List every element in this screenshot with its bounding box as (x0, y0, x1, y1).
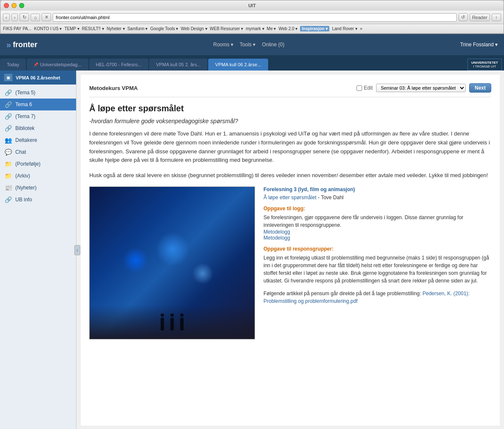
sidebar-item-label: (Tema 5) (15, 90, 35, 96)
forward-button[interactable]: › (11, 14, 18, 21)
uni-logo-line2: I TROMSØ UIT (471, 65, 498, 68)
bookmark-item-mymark[interactable]: mymark ▾ (246, 26, 264, 31)
bookmark-item-google[interactable]: Google Tools ▾ (150, 26, 178, 31)
rooms-menu[interactable]: Rooms ▾ (213, 42, 233, 48)
task-response-text: Legg inn et foreløpig utkast til problem… (263, 254, 491, 285)
bookmark-item-web20[interactable]: Web 2.0 ▾ (278, 26, 297, 31)
sidebar-item-arkiv[interactable]: 📁 (Arkiv) (0, 170, 76, 182)
tools-menu[interactable]: Tools ▾ (240, 42, 255, 48)
content-panel: Metodekurs VPMA Edit Seminar 03: Å løpe … (81, 75, 500, 426)
bookmark-item-me[interactable]: Me ▾ (267, 26, 276, 31)
sidebar-item-label: (Arkiv) (15, 173, 30, 179)
person-figure-3 (180, 318, 184, 330)
sidebar-item-deltakere[interactable]: 👥 Deltakere (0, 134, 76, 146)
home-button[interactable]: ⌂ (31, 14, 40, 21)
reader-button[interactable]: Reader (470, 14, 490, 21)
task-response-section: Oppgave til responsgrupper: Legg inn et … (263, 246, 491, 285)
bookmark-item-landrover[interactable]: Land Rover ▾ (332, 26, 357, 31)
edit-checkbox[interactable] (357, 85, 362, 91)
window-chrome: UIT ‹ › ↻ ⌂ ✕ ↺ Reader ↑ FIKS PAY PA... … (0, 0, 504, 34)
link-active-icon: 🔗 (4, 101, 12, 108)
link-icon: 🔗 (4, 125, 12, 132)
online-status[interactable]: Online (0) (262, 42, 284, 48)
image-overlay (90, 187, 255, 339)
link-icon: 🔗 (4, 196, 12, 203)
article-link-prefix: Følgende artikkel på pensum går direkte … (263, 291, 421, 296)
bookmark-item-fiks[interactable]: FIKS PAY PA... (3, 26, 31, 31)
bookmark-item-konto[interactable]: KONTO I US ▾ (34, 26, 62, 31)
bookmark-item-result[interactable]: RESULT!! ▾ (82, 26, 104, 31)
tab-universitets[interactable]: 📌 Universitetspedag... (27, 59, 88, 71)
stop-button[interactable]: ✕ (42, 13, 51, 21)
sidebar-item-tema5[interactable]: 🔗 (Tema 5) (0, 87, 76, 99)
next-button[interactable]: Next (469, 83, 491, 93)
bookmark-item-samfunn[interactable]: Samfunn ▾ (127, 26, 148, 31)
browser-toolbar: ‹ › ↻ ⌂ ✕ ↺ Reader ↑ (0, 11, 504, 24)
uni-logo-box: UNIVERSITETET I TROMSØ UIT (467, 59, 502, 71)
light-effect-1 (123, 248, 148, 273)
article-image (89, 186, 255, 339)
metodelogg-link-2[interactable]: Metodelogg (263, 235, 290, 241)
pedersen-section: Følgende artikkel på pensum går direkte … (263, 290, 491, 305)
sidebar-item-nyheter[interactable]: 📰 (Nyheter) (0, 182, 76, 194)
sidebar-item-label: Tema 6 (15, 102, 32, 107)
article-paragraph-2: Husk også at dere skal levere en skisse … (89, 171, 491, 180)
lecture-link-line: Å løpe etter spørsmålet - Tove Dahl (263, 195, 491, 200)
close-button[interactable] (4, 3, 9, 8)
sidebar-collapse-button[interactable]: ‹ (74, 245, 80, 255)
bookmark-item-more[interactable]: » (360, 26, 362, 31)
lecture-section: Forelesning 3 (lyd, film og animasjon) Å… (263, 186, 491, 200)
main-layout: ‹ ▣ VPMA 06 2.årsenhet 🔗 (Tema 5) 🔗 Tema… (0, 71, 504, 429)
person-figure-2 (170, 318, 174, 330)
article-paragraph-1: I denne forelesningen vil dere møte Tove… (89, 130, 491, 165)
refresh-button[interactable]: ↺ (459, 13, 468, 21)
light-effect-2 (156, 232, 190, 266)
article-link-text: Følgende artikkel på pensum går direkte … (263, 290, 491, 305)
back-button[interactable]: ‹ (3, 14, 10, 21)
tab-vpma2[interactable]: VPMA kull 05 2. års... (149, 59, 207, 71)
bookmark-item-temp[interactable]: TEMP ▾ (64, 26, 79, 31)
bookmark-item-webdesign[interactable]: Web Design ▾ (181, 26, 207, 31)
bookmarks-bar: FIKS PAY PA... KONTO I US ▾ TEMP ▾ RESUL… (0, 24, 504, 34)
tab-vpma2-label: VPMA kull 05 2. års... (156, 62, 201, 67)
reload-button[interactable]: ↻ (20, 13, 29, 21)
tab-hel0700[interactable]: HEL-0700 - Fellesro... (89, 59, 149, 71)
maximize-button[interactable] (19, 3, 24, 8)
link-icon: 🔗 (4, 113, 12, 120)
sidebar-item-tema6[interactable]: 🔗 Tema 6 (0, 99, 76, 110)
content-area[interactable]: Metodekurs VPMA Edit Seminar 03: Å løpe … (76, 71, 504, 429)
user-info[interactable]: Trine Fossland ▾ (460, 42, 498, 48)
article-sidebar-content: Forelesning 3 (lyd, film og animasjon) Å… (263, 186, 491, 339)
metodelogg-link-1[interactable]: Metodelogg (263, 229, 290, 235)
title-bar: UIT (0, 0, 504, 11)
tabs-bar: Today 📌 Universitetspedag... HEL-0700 - … (0, 55, 504, 71)
tab-today[interactable]: Today (0, 59, 26, 71)
share-button[interactable]: ↑ (492, 14, 501, 21)
window-title: UIT (248, 3, 256, 8)
app-header: » fronter Rooms ▾ Tools ▾ Online (0) Tri… (0, 34, 504, 55)
university-logo: UNIVERSITETET I TROMSØ UIT (467, 59, 502, 71)
bookmark-item-nyheter[interactable]: Nyheter ▾ (107, 26, 125, 31)
lecture-link[interactable]: Å løpe etter spørsmålet (263, 195, 317, 200)
sidebar-item-portefolje[interactable]: 📁 (Portefølje) (0, 158, 76, 170)
tab-vpma06[interactable]: VPMA kull 06 2.ärse... (208, 59, 268, 71)
minimize-button[interactable] (11, 3, 17, 8)
sidebar-item-chat[interactable]: 💬 Chat (0, 146, 76, 158)
sidebar-item-bibliotek[interactable]: 🔗 Bibliotek (0, 122, 76, 134)
pin-icon: 📌 (34, 62, 38, 67)
folder-icon: 📁 (4, 161, 12, 167)
sidebar-item-label: (Portefølje) (15, 161, 40, 167)
seminar-dropdown[interactable]: Seminar 03: Å løpe etter spørsmålet (376, 84, 466, 92)
tab-universitets-label: Universitetspedag... (40, 62, 81, 67)
person-figure-1 (161, 318, 164, 330)
sidebar-header: ▣ VPMA 06 2.årsenhet (0, 71, 76, 85)
sidebar-item-tema7[interactable]: 🔗 (Tema 7) (0, 110, 76, 122)
address-bar[interactable] (53, 13, 457, 22)
sidebar-header-text: VPMA 06 2.årsenhet (16, 75, 60, 80)
sidebar-item-label: (Tema 7) (15, 113, 35, 119)
task-logg-text: Se forelesningen, gjør oppgavene dere få… (263, 214, 491, 229)
bookmark-item-inspirasjon[interactable]: Inspirasjon ▾ (300, 26, 329, 31)
sidebar-item-label: Chat (15, 149, 26, 155)
sidebar-item-ubinfo[interactable]: 🔗 UB info (0, 194, 76, 206)
bookmark-item-webressurser[interactable]: WEB Ressurser ▾ (210, 26, 244, 31)
